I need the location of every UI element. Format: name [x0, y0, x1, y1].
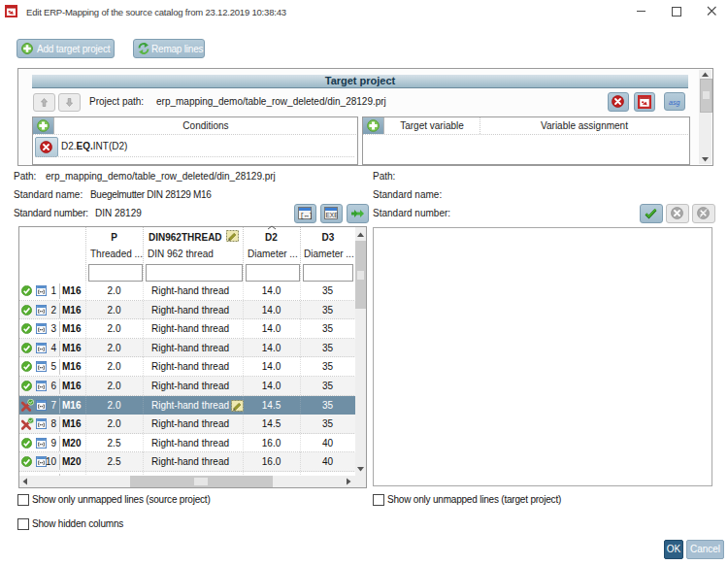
svg-text:asg: asg: [669, 99, 679, 107]
svg-text:EXE: EXE: [326, 212, 339, 218]
svg-text:[↔]: [↔]: [300, 212, 312, 219]
